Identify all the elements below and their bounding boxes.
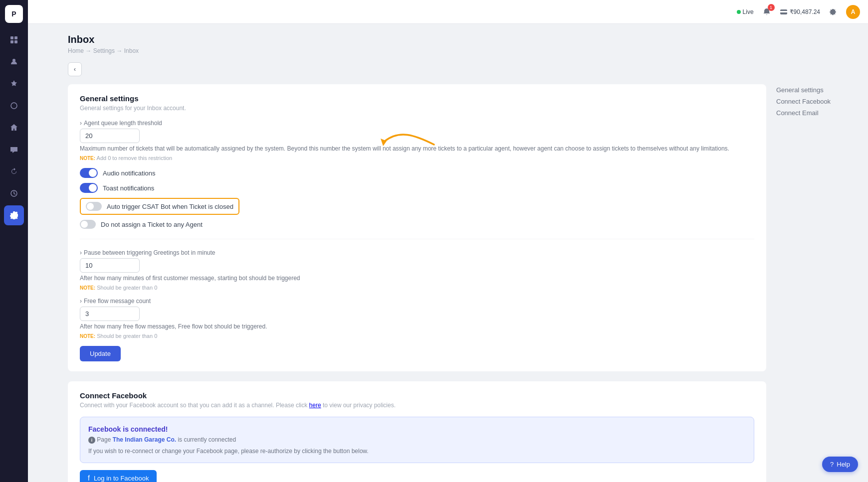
user-avatar[interactable]: A <box>846 5 860 19</box>
connect-facebook-section: Connect Facebook Connect with your Faceb… <box>68 381 766 482</box>
breadcrumb: Home → Settings → Inbox <box>68 47 856 54</box>
free-flow-label-text: Free flow message count <box>84 298 151 305</box>
login-facebook-label: Log in to Facebook <box>94 475 149 482</box>
notification-badge: 1 <box>768 4 775 11</box>
general-settings-desc: General settings for your Inbox account. <box>80 105 754 112</box>
sidebar-item-chat[interactable] <box>4 140 24 160</box>
note-pause-text: Should be greater than 0 <box>97 285 157 291</box>
free-flow-label[interactable]: › Free flow message count <box>80 298 754 305</box>
notifications-button[interactable]: 1 <box>760 5 774 19</box>
sidebar-item-contacts[interactable] <box>4 52 24 72</box>
pause-greetings-label-text: Pause between triggering Greetings bot i… <box>84 249 216 256</box>
connect-facebook-title: Connect Facebook <box>80 391 754 400</box>
topbar: Live 1 ₹90,487.24 A <box>28 0 868 24</box>
agent-queue-note: NOTE: Add 0 to remove this restriction <box>80 155 754 161</box>
svg-rect-0 <box>10 36 13 39</box>
sidebar-item-settings[interactable] <box>4 205 24 225</box>
note-free-flow-text: Should be greater than 0 <box>97 333 157 339</box>
info-icon: i <box>88 436 97 443</box>
agent-queue-label-text: › <box>80 120 82 127</box>
note-label: NOTE: <box>80 156 95 161</box>
help-button[interactable]: ? Help <box>822 457 858 472</box>
csat-row: Auto trigger CSAT Bot when Ticket is clo… <box>80 198 754 215</box>
general-settings-title: General settings <box>80 94 754 103</box>
right-nav-email[interactable]: Connect Email <box>776 107 856 119</box>
back-button[interactable]: ‹ <box>68 62 82 76</box>
help-label: Help <box>837 461 850 468</box>
svg-rect-3 <box>14 40 17 43</box>
info-circle-icon: i <box>88 437 95 444</box>
facebook-connected-title: Facebook is connected! <box>88 425 746 433</box>
csat-highlight-box: Auto trigger CSAT Bot when Ticket is clo… <box>80 198 239 215</box>
do-not-assign-row: Do not assign a Ticket to any Agent <box>80 220 754 229</box>
sidebar-item-clock[interactable] <box>4 183 24 203</box>
note-label-2: NOTE: <box>80 285 95 291</box>
facebook-icon: f <box>88 474 90 482</box>
agent-queue-label[interactable]: › Agent queue length threshold <box>80 120 754 127</box>
right-nav: General settings Connect Facebook Connec… <box>776 84 856 482</box>
main-content: Inbox Home → Settings → Inbox ‹ General … <box>56 24 868 482</box>
facebook-reauth-msg: If you wish to re-connect or change your… <box>88 448 746 455</box>
app-logo[interactable]: P <box>5 5 23 23</box>
svg-rect-1 <box>14 36 17 39</box>
privacy-link[interactable]: here <box>309 402 321 409</box>
sidebar-item-home[interactable] <box>4 118 24 138</box>
balance-display: ₹90,487.24 <box>780 8 820 16</box>
pause-arrow: › <box>80 249 82 256</box>
sidebar-item-dashboard[interactable] <box>4 30 24 50</box>
page-container: Inbox Home → Settings → Inbox ‹ General … <box>56 24 868 482</box>
svg-rect-2 <box>10 40 13 43</box>
csat-toggle[interactable] <box>86 202 102 211</box>
facebook-connected-page: i Page The Indian Garage Co. is currentl… <box>88 436 746 444</box>
note-queue-text: Add 0 to remove this restriction <box>97 155 173 161</box>
do-not-assign-label: Do not assign a Ticket to any Agent <box>101 221 203 228</box>
content-main: General settings General settings for yo… <box>68 84 766 482</box>
agent-queue-group: › Agent queue length threshold Maximum n… <box>80 120 754 161</box>
free-flow-input[interactable] <box>80 307 140 321</box>
sidebar-item-refresh[interactable] <box>4 161 24 181</box>
toast-notifications-toggle[interactable] <box>80 183 98 193</box>
sidebar: P <box>0 0 28 482</box>
do-not-assign-toggle[interactable] <box>80 220 96 229</box>
facebook-page-status: is currently connected <box>178 436 236 443</box>
pause-greetings-label[interactable]: › Pause between triggering Greetings bot… <box>80 249 754 256</box>
right-nav-general[interactable]: General settings <box>776 84 856 96</box>
connect-facebook-desc: Connect with your Facebook account so th… <box>80 402 754 409</box>
facebook-page-name: The Indian Garage Co. <box>113 436 176 443</box>
audio-notifications-row: Audio notifications <box>80 168 754 178</box>
note-label-3: NOTE: <box>80 333 95 339</box>
audio-notifications-label: Audio notifications <box>103 169 156 177</box>
free-flow-group: › Free flow message count After how many… <box>80 298 754 339</box>
toast-notifications-label: Toast notifications <box>103 184 154 192</box>
live-label: Live <box>743 8 754 15</box>
general-settings-section: General settings General settings for yo… <box>68 84 766 371</box>
agent-queue-label-main: Agent queue length threshold <box>84 120 162 127</box>
free-flow-desc: After how many free flow messages, Free … <box>80 323 754 330</box>
pause-greetings-note: NOTE: Should be greater than 0 <box>80 285 754 291</box>
gear-button[interactable] <box>826 5 840 19</box>
pause-greetings-group: › Pause between triggering Greetings bot… <box>80 249 754 291</box>
agent-queue-input[interactable] <box>80 129 140 143</box>
csat-label: Auto trigger CSAT Bot when Ticket is clo… <box>107 203 233 210</box>
page-title: Inbox <box>68 34 856 45</box>
pause-greetings-desc: After how many minutes of first customer… <box>80 275 754 282</box>
facebook-connected-box: Facebook is connected! i Page The Indian… <box>80 417 754 463</box>
pause-greetings-input[interactable] <box>80 258 140 273</box>
help-icon: ? <box>830 461 834 468</box>
toast-notifications-row: Toast notifications <box>80 183 754 193</box>
live-dot <box>737 10 741 14</box>
sidebar-item-deals[interactable] <box>4 74 24 94</box>
balance-value: ₹90,487.24 <box>790 8 820 15</box>
live-status: Live <box>737 8 754 15</box>
update-button[interactable]: Update <box>80 346 121 361</box>
content-layout: General settings General settings for yo… <box>68 84 856 482</box>
svg-rect-8 <box>780 11 787 12</box>
right-nav-facebook[interactable]: Connect Facebook <box>776 96 856 107</box>
audio-notifications-toggle[interactable] <box>80 168 98 178</box>
agent-queue-desc: Maximum number of tickets that will be a… <box>80 145 754 152</box>
svg-point-5 <box>11 103 17 109</box>
free-flow-arrow: › <box>80 298 82 305</box>
free-flow-note: NOTE: Should be greater than 0 <box>80 333 754 339</box>
sidebar-item-circle[interactable] <box>4 96 24 116</box>
login-facebook-button[interactable]: f Log in to Facebook <box>80 470 157 482</box>
